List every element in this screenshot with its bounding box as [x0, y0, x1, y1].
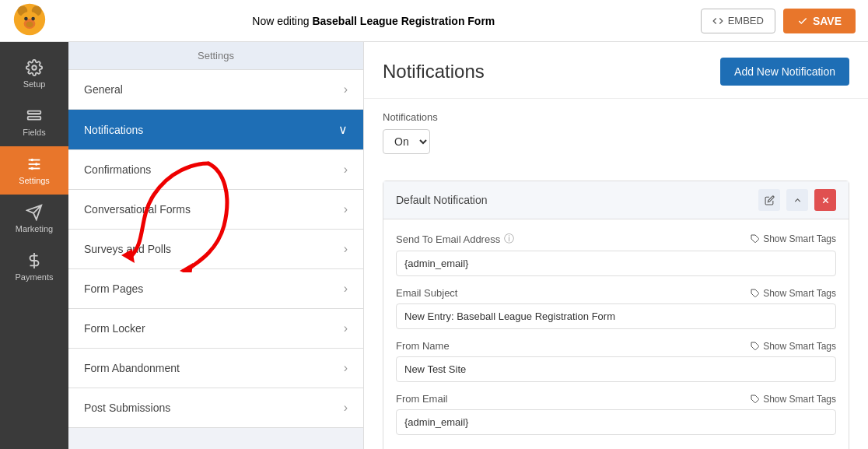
smart-tags-link-0[interactable]: Show Smart Tags	[751, 233, 836, 244]
top-bar-actions: EMBED SAVE	[701, 9, 856, 33]
chevron-right-icon-8: ›	[344, 401, 348, 415]
svg-rect-10	[28, 117, 41, 120]
nav-item-conversational[interactable]: Conversational Forms ›	[68, 190, 363, 230]
email-subject-label: Email Subject	[396, 287, 457, 299]
send-to-email-input[interactable]	[396, 251, 836, 276]
chevron-right-icon-7: ›	[344, 361, 348, 375]
smart-tags-link-1[interactable]: Show Smart Tags	[751, 288, 836, 299]
svg-point-5	[24, 17, 28, 21]
delete-notification-button[interactable]	[814, 189, 836, 211]
chevron-right-icon: ›	[344, 82, 348, 96]
from-email-input[interactable]	[396, 409, 836, 435]
smart-tags-link-2[interactable]: Show Smart Tags	[751, 341, 836, 352]
middle-nav: Settings General › Notifications ∨ Confi…	[68, 42, 364, 449]
sidebar-label-fields: Fields	[23, 128, 45, 137]
sidebar-item-payments[interactable]: Payments	[0, 243, 68, 291]
nav-item-confirmations[interactable]: Confirmations ›	[68, 150, 363, 190]
chevron-right-icon-4: ›	[344, 242, 348, 256]
from-name-input[interactable]	[396, 356, 836, 382]
save-button[interactable]: SAVE	[783, 9, 856, 33]
sidebar-item-marketing[interactable]: Marketing	[0, 195, 68, 243]
sidebar-label-setup: Setup	[23, 79, 46, 89]
logo	[12, 2, 47, 39]
send-to-email-row: Send To Email Address ⓘ Show Smart Tags	[396, 232, 836, 276]
email-subject-row: Email Subject Show Smart Tags	[396, 287, 836, 329]
sidebar-label-settings: Settings	[19, 176, 50, 185]
nav-item-form-locker[interactable]: Form Locker ›	[68, 309, 363, 349]
content-body: Notifications On Off Default Notificatio…	[364, 99, 868, 449]
main-layout: Setup Fields Settings	[0, 42, 868, 449]
svg-point-15	[30, 159, 33, 162]
svg-point-17	[30, 167, 33, 170]
chevron-down-icon: ∨	[338, 122, 348, 137]
notifications-field-label: Notifications	[383, 111, 849, 123]
notification-card: Default Notification	[383, 181, 849, 449]
sidebar-label-payments: Payments	[16, 272, 54, 282]
icon-sidebar: Setup Fields Settings	[0, 42, 68, 449]
top-bar: Now editing Baseball League Registration…	[0, 0, 868, 42]
chevron-right-icon-5: ›	[344, 282, 348, 296]
content-header: Notifications Add New Notification	[364, 42, 868, 99]
nav-item-notifications[interactable]: Notifications ∨	[68, 110, 363, 150]
nav-item-general[interactable]: General ›	[68, 70, 363, 110]
chevron-right-icon-3: ›	[344, 202, 348, 216]
card-actions	[758, 189, 836, 211]
notification-card-title: Default Notification	[396, 194, 488, 206]
svg-point-7	[26, 22, 33, 27]
svg-point-16	[35, 163, 38, 166]
nav-item-surveys[interactable]: Surveys and Polls ›	[68, 230, 363, 269]
sidebar-item-setup[interactable]: Setup	[0, 50, 68, 98]
content-area: Notifications Add New Notification Notif…	[364, 42, 868, 449]
email-subject-input[interactable]	[396, 303, 836, 329]
sidebar-item-fields[interactable]: Fields	[0, 98, 68, 146]
from-email-label: From Email	[396, 393, 447, 405]
sidebar-label-marketing: Marketing	[16, 224, 53, 233]
svg-point-6	[31, 17, 35, 21]
page-title: Notifications	[383, 61, 485, 82]
from-email-row: From Email Show Smart Tags	[396, 393, 836, 435]
chevron-right-icon-6: ›	[344, 321, 348, 335]
sidebar-item-settings[interactable]: Settings	[0, 146, 68, 195]
embed-button[interactable]: EMBED	[701, 9, 775, 33]
from-name-row: From Name Show Smart Tags	[396, 340, 836, 382]
move-up-notification-button[interactable]	[786, 189, 808, 211]
nav-item-post-submissions[interactable]: Post Submissions ›	[68, 388, 363, 428]
notifications-select[interactable]: On Off	[383, 129, 430, 154]
notifications-toggle-row: Notifications On Off	[383, 111, 849, 170]
notification-card-body: Send To Email Address ⓘ Show Smart Tags	[383, 219, 849, 449]
notification-card-header: Default Notification	[383, 181, 849, 219]
from-name-label: From Name	[396, 340, 450, 352]
chevron-right-icon-2: ›	[344, 163, 348, 177]
settings-header: Settings	[68, 42, 363, 70]
edit-notification-button[interactable]	[758, 189, 780, 211]
send-to-email-label: Send To Email Address ⓘ	[396, 232, 514, 246]
info-icon: ⓘ	[504, 232, 514, 246]
nav-item-abandonment[interactable]: Form Abandonment ›	[68, 349, 363, 388]
svg-point-8	[32, 65, 37, 70]
top-bar-title: Now editing Baseball League Registration…	[252, 15, 495, 27]
nav-item-form-pages[interactable]: Form Pages ›	[68, 269, 363, 309]
smart-tags-link-3[interactable]: Show Smart Tags	[751, 394, 836, 405]
add-notification-button[interactable]: Add New Notification	[720, 58, 849, 86]
